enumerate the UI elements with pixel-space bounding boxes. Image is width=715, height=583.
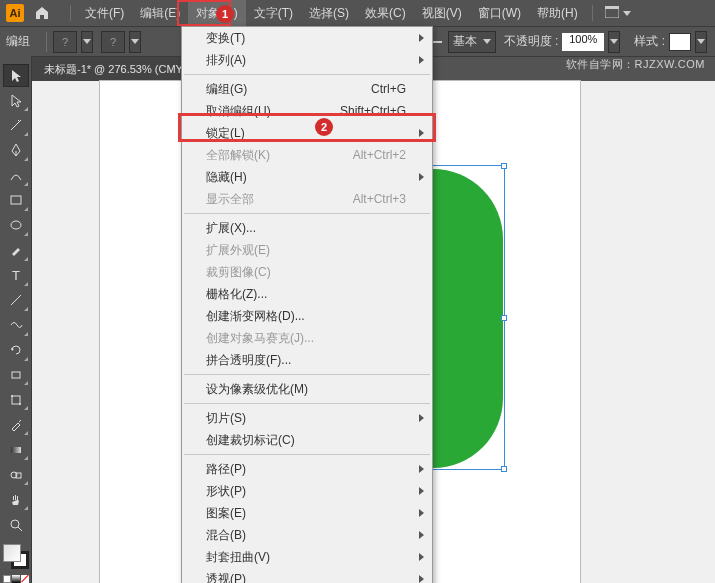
line-tool[interactable] <box>3 289 29 312</box>
style-label: 样式 : <box>634 33 665 50</box>
style-drop[interactable] <box>695 31 707 53</box>
opt-drop-1[interactable] <box>81 31 93 53</box>
submenu-arrow-icon <box>419 509 424 517</box>
menu-item[interactable]: 编组(G)Ctrl+G <box>182 78 432 100</box>
submenu-arrow-icon <box>419 34 424 42</box>
menubar: Ai 文件(F) 编辑(E) 对象(O) 文字(T) 选择(S) 效果(C) 视… <box>0 0 715 26</box>
separator <box>592 5 593 21</box>
color-mode-swatches[interactable] <box>3 575 29 583</box>
paintbrush-tool[interactable] <box>3 239 29 262</box>
menu-item[interactable]: 封套扭曲(V) <box>182 546 432 568</box>
resize-handle[interactable] <box>501 163 507 169</box>
submenu-arrow-icon <box>419 575 424 583</box>
menu-item: 创建对象马赛克(J)... <box>182 327 432 349</box>
menu-item[interactable]: 创建渐变网格(D)... <box>182 305 432 327</box>
menu-item[interactable]: 取消编组(U)Shift+Ctrl+G <box>182 100 432 122</box>
menu-item: 扩展外观(E) <box>182 239 432 261</box>
menu-item: 裁剪图像(C) <box>182 261 432 283</box>
menu-item[interactable]: 锁定(L) <box>182 122 432 144</box>
menu-item[interactable]: 拼合透明度(F)... <box>182 349 432 371</box>
fill-stroke-swatch[interactable] <box>3 544 29 569</box>
submenu-arrow-icon <box>419 56 424 64</box>
menu-help[interactable]: 帮助(H) <box>529 0 586 26</box>
menu-separator <box>184 403 430 404</box>
opacity-input[interactable]: 100% <box>562 33 604 51</box>
selection-tool[interactable] <box>3 64 29 87</box>
menu-select[interactable]: 选择(S) <box>301 0 357 26</box>
menu-item[interactable]: 变换(T) <box>182 27 432 49</box>
menu-window[interactable]: 窗口(W) <box>470 0 529 26</box>
shaper-tool[interactable] <box>3 314 29 337</box>
svg-line-14 <box>18 527 22 531</box>
svg-text:T: T <box>12 268 20 282</box>
submenu-arrow-icon <box>419 487 424 495</box>
svg-rect-1 <box>605 6 619 9</box>
opt-box-2[interactable]: ? <box>101 31 125 53</box>
app-logo: Ai <box>6 4 24 22</box>
type-tool[interactable]: T <box>3 264 29 287</box>
menu-item[interactable]: 隐藏(H) <box>182 166 432 188</box>
menu-item: 全部解锁(K)Alt+Ctrl+2 <box>182 144 432 166</box>
opacity-label: 不透明度 : <box>504 33 559 50</box>
menu-item[interactable]: 排列(A) <box>182 49 432 71</box>
svg-rect-2 <box>11 196 21 204</box>
opt-drop-2[interactable] <box>129 31 141 53</box>
menu-separator <box>184 74 430 75</box>
separator <box>70 5 71 21</box>
resize-handle[interactable] <box>501 466 507 472</box>
menu-separator <box>184 213 430 214</box>
menu-item[interactable]: 路径(P) <box>182 458 432 480</box>
menu-item[interactable]: 透视(P) <box>182 568 432 583</box>
submenu-arrow-icon <box>419 465 424 473</box>
opacity-drop[interactable] <box>608 31 620 53</box>
menu-edit[interactable]: 编辑(E) <box>132 0 188 26</box>
rectangle-tool[interactable] <box>3 189 29 212</box>
free-transform-tool[interactable] <box>3 388 29 411</box>
menu-item[interactable]: 切片(S) <box>182 407 432 429</box>
chevron-down-icon[interactable] <box>623 11 631 16</box>
ellipse-tool[interactable] <box>3 214 29 237</box>
opt-box-1[interactable]: ? <box>53 31 77 53</box>
brush-preset[interactable]: 基本 <box>448 31 496 53</box>
menu-file[interactable]: 文件(F) <box>77 0 132 26</box>
submenu-arrow-icon <box>419 129 424 137</box>
submenu-arrow-icon <box>419 173 424 181</box>
magic-wand-tool[interactable] <box>3 114 29 137</box>
watermark: 软件自学网：RJZXW.COM <box>566 57 706 72</box>
separator <box>46 32 47 52</box>
left-toolbar: T <box>0 56 32 583</box>
eyedropper-tool[interactable] <box>3 413 29 436</box>
menu-item[interactable]: 图案(E) <box>182 502 432 524</box>
svg-point-9 <box>19 403 21 405</box>
home-icon[interactable] <box>34 5 50 21</box>
submenu-arrow-icon <box>419 414 424 422</box>
rotate-tool[interactable] <box>3 339 29 362</box>
layout-icon[interactable] <box>605 6 619 20</box>
menu-item[interactable]: 形状(P) <box>182 480 432 502</box>
zoom-tool[interactable] <box>3 513 29 536</box>
hand-tool[interactable] <box>3 488 29 511</box>
svg-rect-7 <box>12 396 20 404</box>
menu-view[interactable]: 视图(V) <box>414 0 470 26</box>
resize-handle[interactable] <box>501 315 507 321</box>
submenu-arrow-icon <box>419 553 424 561</box>
style-swatch[interactable] <box>669 33 691 51</box>
menu-type[interactable]: 文字(T) <box>246 0 301 26</box>
blend-tool[interactable] <box>3 463 29 486</box>
selection-type-label: 编组 <box>6 33 30 50</box>
menu-item[interactable]: 创建裁切标记(C) <box>182 429 432 451</box>
pen-tool[interactable] <box>3 139 29 162</box>
width-tool[interactable] <box>3 364 29 387</box>
menu-item: 显示全部Alt+Ctrl+3 <box>182 188 432 210</box>
menu-item[interactable]: 栅格化(Z)... <box>182 283 432 305</box>
menu-item[interactable]: 设为像素级优化(M) <box>182 378 432 400</box>
menu-item[interactable]: 扩展(X)... <box>182 217 432 239</box>
curvature-tool[interactable] <box>3 164 29 187</box>
menu-item[interactable]: 混合(B) <box>182 524 432 546</box>
gradient-tool[interactable] <box>3 438 29 461</box>
menu-effect[interactable]: 效果(C) <box>357 0 414 26</box>
svg-rect-10 <box>11 447 21 453</box>
svg-point-13 <box>11 520 19 528</box>
direct-selection-tool[interactable] <box>3 89 29 112</box>
object-menu-dropdown: 变换(T)排列(A)编组(G)Ctrl+G取消编组(U)Shift+Ctrl+G… <box>181 26 433 583</box>
